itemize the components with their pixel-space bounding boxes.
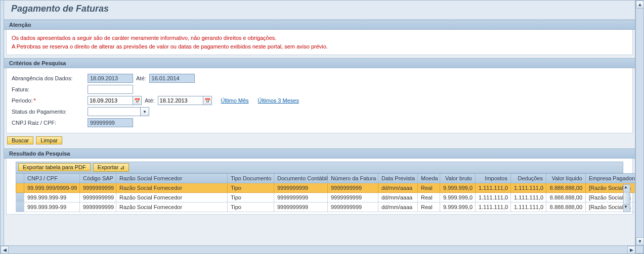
periodo-to-input[interactable] [158, 96, 203, 105]
col-liq[interactable]: Valor líquido [546, 174, 586, 183]
col-tipo[interactable]: Tipo Documento [228, 174, 274, 183]
link-ultimo-mes[interactable]: Último Mês [221, 97, 249, 104]
cell-num: 9999999999 [328, 183, 378, 193]
row-handle [16, 202, 24, 212]
periodo-from-wrap: 📅 [88, 96, 142, 105]
page-horizontal-scrollbar[interactable]: ◀ ▶ [1, 245, 635, 253]
table-row[interactable]: 999.999.999-999999999999Razão Social For… [16, 202, 636, 212]
limpar-button[interactable]: Limpar [36, 136, 62, 144]
cell-liq: 8.888.888,00 [546, 193, 586, 202]
cell-data: dd/mm/aaaa [378, 183, 418, 193]
scroll-track[interactable] [9, 246, 627, 253]
page-title: Pagamento de Faturas [11, 4, 628, 14]
col-num[interactable]: Número da Fatura [328, 174, 378, 183]
status-select[interactable]: ▼ [88, 107, 149, 116]
cell-doc: 9999999999 [274, 193, 328, 202]
page-title-bar: Pagamento de Faturas [4, 1, 635, 20]
results-header: Resultado da Pesquisa [4, 148, 635, 159]
cell-sap: 9999999999 [80, 202, 116, 212]
content-area: Pagamento de Faturas Atenção Os dados ap… [4, 1, 635, 245]
results-section: Resultado da Pesquisa Exportar tabela pa… [4, 148, 635, 215]
criteria-body: Abrangência dos Dados: 18.09.2013 Até: 1… [6, 68, 633, 133]
cell-tipo: Tipo [228, 183, 274, 193]
page-vertical-scrollbar[interactable]: ▲ ▼ [635, 1, 643, 245]
cell-razao: Razão Social Fornecedor [116, 202, 228, 212]
col-ded[interactable]: Deduções [511, 174, 546, 183]
calendar-icon[interactable]: 📅 [133, 96, 142, 105]
cell-bruto: 9.999.999,0 [440, 193, 476, 202]
attention-line-1: Os dados apresentados a seguir são de ca… [12, 34, 627, 42]
scroll-right-icon[interactable]: ▶ [627, 246, 635, 254]
cell-tipo: Tipo [228, 202, 274, 212]
attention-line-2: A Petrobras se reserva o direito de alte… [12, 42, 627, 51]
label-cnpj: CNPJ Raiz / CPF: [12, 120, 88, 126]
row-handle [16, 193, 24, 202]
cell-ded: 1.111.111,0 [511, 202, 546, 212]
cell-razao: Razão Social Fornecedor [116, 193, 228, 202]
cell-moeda: Real [418, 193, 440, 202]
fatura-input[interactable] [88, 85, 133, 94]
col-cnpj[interactable]: CNPJ / CPF [24, 174, 80, 183]
cell-moeda: Real [418, 183, 440, 193]
scroll-left-icon[interactable]: ◀ [1, 246, 9, 254]
export-button[interactable]: Exportar ⊿ [93, 163, 130, 172]
cell-num: 9999999999 [328, 202, 378, 212]
cell-tipo: Tipo [228, 193, 274, 202]
periodo-from-input[interactable] [88, 96, 133, 105]
scroll-thumb[interactable] [624, 192, 630, 205]
label-abrangencia: Abrangência dos Dados: [12, 75, 88, 81]
results-table-wrap: CNPJ / CPF Código SAP Razão Social Forne… [16, 173, 623, 212]
row-periodo: Período:* 📅 Até: 📅 Último Mês Últimos 3 … [12, 95, 627, 106]
col-razao[interactable]: Razão Social Fornecedor [116, 174, 228, 183]
scroll-down-icon[interactable]: ▼ [624, 205, 631, 212]
cell-imp: 1.111.111,0 [476, 193, 511, 202]
col-sap[interactable]: Código SAP [80, 174, 116, 183]
label-periodo: Período:* [12, 97, 88, 104]
cell-ded: 1.111.111,0 [511, 183, 546, 193]
buscar-button[interactable]: Buscar [7, 136, 33, 144]
export-pdf-button[interactable]: Exportar tabela para PDF [18, 163, 91, 171]
cell-doc: 9999999999 [274, 202, 328, 212]
col-imp[interactable]: Impostos [476, 174, 511, 183]
col-moeda[interactable]: Moeda [418, 174, 440, 183]
cell-data: dd/mm/aaaa [378, 193, 418, 202]
results-toolbar: Exportar tabela para PDF Exportar ⊿ [16, 162, 623, 173]
table-scrollbar[interactable]: ▲ ▼ [623, 184, 630, 212]
cell-imp: 1.111.111,0 [476, 202, 511, 212]
scroll-down-icon[interactable]: ▼ [636, 237, 644, 245]
chevron-down-icon[interactable]: ▼ [140, 107, 149, 116]
cell-bruto: 9.999.999,0 [440, 183, 476, 193]
calendar-icon[interactable]: 📅 [203, 96, 212, 105]
col-emp[interactable]: Empresa Pagadora [586, 174, 636, 183]
criteria-header: Critérios de Pesquisa [4, 58, 635, 68]
action-buttons: Buscar Limpar [7, 136, 632, 144]
col-data[interactable]: Data Prevista [378, 174, 418, 183]
scroll-track[interactable] [636, 9, 643, 237]
status-input[interactable] [88, 107, 141, 116]
cell-moeda: Real [418, 202, 440, 212]
row-handle [16, 183, 24, 193]
attention-body: Os dados apresentados a seguir são de ca… [6, 30, 633, 55]
row-status: Status do Pagamento: ▼ [12, 107, 627, 117]
table-row[interactable]: 999.999.999-999999999999Razão Social For… [16, 193, 636, 202]
cell-cnpj: 999.999.999-99 [24, 193, 80, 202]
cell-cnpj: 999.999.999-99 [24, 202, 80, 212]
link-ultimos-3-meses[interactable]: Últimos 3 Meses [258, 97, 299, 104]
results-body: Exportar tabela para PDF Exportar ⊿ [6, 159, 633, 215]
app-viewport: Pagamento de Faturas Atenção Os dados ap… [0, 0, 644, 254]
col-doc[interactable]: Documento Contábil [274, 174, 328, 183]
cell-imp: 1.111.111,0 [476, 183, 511, 193]
attention-header: Atenção [4, 20, 635, 30]
scroll-up-icon[interactable]: ▲ [624, 185, 631, 192]
scroll-up-icon[interactable]: ▲ [636, 1, 644, 9]
scroll-corner [635, 245, 643, 253]
cell-sap: 9999999999 [80, 193, 116, 202]
label-status: Status do Pagamento: [12, 109, 88, 115]
table-body: 99.999.999/9999-999999999999Razão Social… [16, 183, 636, 212]
table-row[interactable]: 99.999.999/9999-999999999999Razão Social… [16, 183, 636, 193]
cell-bruto: 9.999.999,0 [440, 202, 476, 212]
col-bruto[interactable]: Valor bruto [440, 174, 476, 183]
criteria-section: Critérios de Pesquisa Abrangência dos Da… [4, 58, 635, 133]
cnpj-value: 99999999 [88, 118, 133, 127]
abrangencia-to: 16.01.2014 [149, 74, 195, 83]
